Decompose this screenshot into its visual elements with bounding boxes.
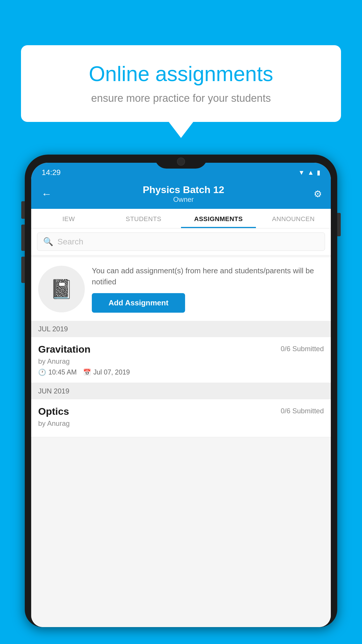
clock-icon: 🕐 [38,369,46,376]
speech-bubble-subtitle: ensure more practice for your students [40,92,322,104]
search-icon: 🔍 [43,237,53,246]
status-icons: ▼ ▲ ▮ [298,169,320,176]
speech-bubble-wrapper: Online assignments ensure more practice … [21,45,341,138]
assignment-author-optics: by Anurag [38,419,324,428]
battery-icon: ▮ [317,169,320,176]
assignment-submitted-optics: 0/6 Submitted [281,407,324,415]
back-button[interactable]: ← [40,186,53,202]
tab-assignments[interactable]: ASSIGNMENTS [181,209,256,228]
promo-section: 📓 You can add assignment(s) from here an… [31,257,331,321]
status-time: 14:29 [42,168,61,177]
tab-students[interactable]: STUDENTS [106,209,181,228]
section-header-jul: JUL 2019 [31,321,331,337]
phone-side-button-right [337,213,341,236]
signal-icon: ▲ [307,169,314,176]
phone-notch [155,155,207,169]
speech-bubble: Online assignments ensure more practice … [21,45,341,122]
phone-side-button-left2 [21,225,25,251]
assignment-date-gravitation: 📅 Jul 07, 2019 [83,368,130,376]
speech-bubble-tail [169,122,193,138]
phone-wrapper: 14:29 ▼ ▲ ▮ ← Physics Batch 12 Owner ⚙ I… [25,155,337,644]
add-assignment-button[interactable]: Add Assignment [92,293,185,313]
promo-icon-circle: 📓 [38,266,85,312]
assignment-item-optics[interactable]: Optics 0/6 Submitted by Anurag [31,399,331,437]
phone-camera [177,158,185,166]
wifi-icon: ▼ [298,169,305,176]
tab-iew[interactable]: IEW [31,209,106,228]
promo-text-wrap: You can add assignment(s) from here and … [92,265,324,313]
tab-announcements[interactable]: ANNOUNCEN [256,209,331,228]
assignment-meta-gravitation: 🕐 10:45 AM 📅 Jul 07, 2019 [38,368,324,376]
phone-side-button-left3 [21,257,25,283]
promo-description: You can add assignment(s) from here and … [92,265,324,287]
notebook-icon: 📓 [50,278,73,300]
calendar-icon: 📅 [83,369,91,376]
search-container: 🔍 Search [31,228,331,255]
search-placeholder: Search [57,237,83,246]
tabs-bar: IEW STUDENTS ASSIGNMENTS ANNOUNCEN [31,209,331,228]
assignment-top-row: Gravitation 0/6 Submitted [38,344,324,355]
app-header: ← Physics Batch 12 Owner ⚙ [31,180,331,209]
search-bar[interactable]: 🔍 Search [37,232,325,251]
assignment-name-gravitation: Gravitation [38,344,90,355]
assignment-time-gravitation: 🕐 10:45 AM [38,368,77,376]
header-center: Physics Batch 12 Owner [143,184,224,204]
content-area: 🔍 Search 📓 You can add assignment(s) fro… [31,228,331,627]
phone-side-button-left1 [21,201,25,219]
header-subtitle: Owner [143,195,224,204]
phone-screen: 14:29 ▼ ▲ ▮ ← Physics Batch 12 Owner ⚙ I… [31,163,331,627]
assignment-top-row-optics: Optics 0/6 Submitted [38,406,324,417]
phone-outer: 14:29 ▼ ▲ ▮ ← Physics Batch 12 Owner ⚙ I… [25,155,337,627]
assignment-author-gravitation: by Anurag [38,357,324,365]
assignment-submitted-gravitation: 0/6 Submitted [281,345,324,353]
speech-bubble-title: Online assignments [40,61,322,86]
section-header-jun: JUN 2019 [31,383,331,399]
time-value-gravitation: 10:45 AM [48,368,77,376]
header-title: Physics Batch 12 [143,184,224,195]
assignment-item-gravitation[interactable]: Gravitation 0/6 Submitted by Anurag 🕐 10… [31,337,331,383]
assignment-name-optics: Optics [38,406,69,417]
settings-button[interactable]: ⚙ [314,188,322,200]
date-value-gravitation: Jul 07, 2019 [93,368,130,376]
